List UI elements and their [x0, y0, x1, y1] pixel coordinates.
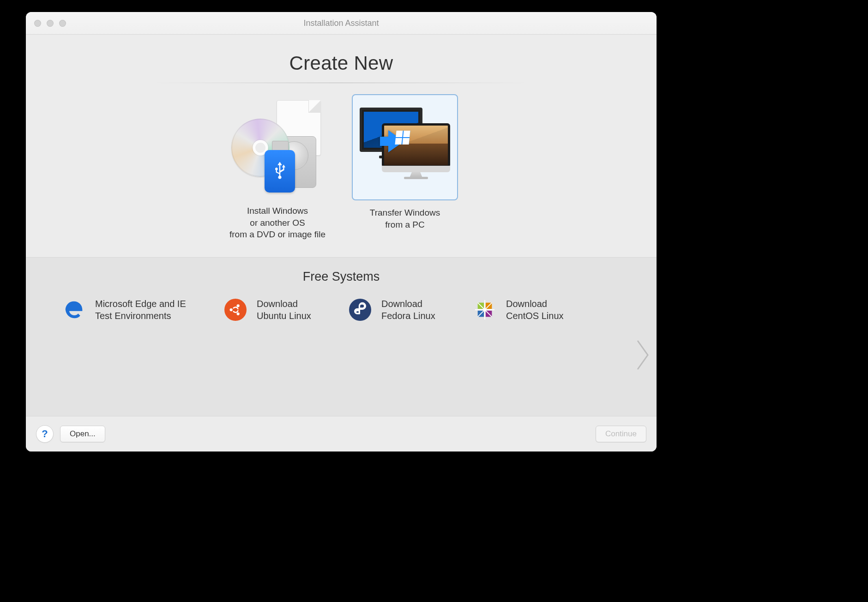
label-line: CentOS Linux — [506, 311, 564, 321]
label-line: Download — [506, 299, 547, 309]
option-install-os-card — [225, 94, 330, 199]
separator-line — [152, 83, 530, 83]
caption-line: or another OS — [250, 218, 305, 228]
caption-line: Transfer Windows — [370, 208, 440, 217]
free-systems-row: Microsoft Edge and IE Test Environments … — [44, 298, 638, 322]
free-systems-next-button[interactable] — [632, 335, 654, 375]
minimize-window-button[interactable] — [47, 20, 54, 27]
ubuntu-icon — [224, 299, 247, 321]
free-item-label: Download CentOS Linux — [506, 298, 564, 322]
continue-button[interactable]: Continue — [596, 426, 646, 442]
transfer-windows-icon — [360, 105, 450, 190]
svg-point-2 — [237, 313, 240, 315]
free-item-fedora[interactable]: Download Fedora Linux — [349, 298, 451, 322]
window-title: Installation Assistant — [26, 18, 657, 28]
chevron-right-icon — [636, 339, 650, 371]
windows-logo-icon — [395, 131, 410, 144]
free-item-edge-ie[interactable]: Microsoft Edge and IE Test Environments — [63, 298, 201, 322]
free-item-ubuntu[interactable]: Download Ubuntu Linux — [224, 298, 326, 322]
continue-button-label: Continue — [605, 429, 637, 439]
label-line: Ubuntu Linux — [257, 311, 311, 321]
caption-line: from a PC — [385, 220, 425, 229]
option-install-os[interactable]: Install Windows or another OS from a DVD… — [220, 94, 335, 241]
label-line: Fedora Linux — [381, 311, 435, 321]
zoom-window-button[interactable] — [59, 20, 66, 27]
installation-assistant-window: Installation Assistant Create New — [26, 12, 657, 452]
titlebar: Installation Assistant — [26, 12, 657, 35]
label-line: Download — [257, 299, 298, 309]
label-line: Microsoft Edge and IE — [95, 299, 186, 309]
fedora-icon — [349, 299, 371, 321]
option-transfer-windows[interactable]: Transfer Windows from a PC — [347, 94, 463, 230]
open-button[interactable]: Open... — [60, 426, 105, 442]
close-window-button[interactable] — [34, 20, 41, 27]
free-item-label: Microsoft Edge and IE Test Environments — [95, 298, 186, 322]
usb-drive-icon — [265, 141, 295, 193]
help-button[interactable]: ? — [36, 425, 54, 443]
svg-point-1 — [237, 304, 240, 307]
free-item-centos[interactable]: Download CentOS Linux — [474, 298, 575, 322]
install-media-icon — [231, 100, 324, 193]
option-install-os-caption: Install Windows or another OS from a DVD… — [229, 205, 326, 241]
window-controls — [34, 20, 66, 27]
option-transfer-windows-caption: Transfer Windows from a PC — [370, 207, 440, 230]
caption-line: from a DVD or image file — [229, 229, 326, 239]
create-new-section: Create New — [26, 35, 657, 257]
help-icon: ? — [42, 428, 48, 440]
bottom-bar: ? Open... Continue — [26, 416, 657, 452]
free-item-label: Download Ubuntu Linux — [257, 298, 311, 322]
free-systems-section: Free Systems Microsoft Edge and IE Test … — [26, 257, 657, 416]
svg-point-0 — [230, 308, 233, 311]
free-systems-heading: Free Systems — [44, 270, 638, 284]
label-line: Test Environments — [95, 311, 171, 321]
edge-icon — [63, 299, 85, 321]
open-button-label: Open... — [70, 429, 96, 439]
centos-icon — [474, 299, 496, 321]
create-new-heading: Create New — [44, 52, 638, 74]
caption-line: Install Windows — [247, 206, 308, 216]
create-options-row: Install Windows or another OS from a DVD… — [44, 94, 638, 241]
label-line: Download — [381, 299, 422, 309]
option-transfer-windows-card — [352, 94, 458, 200]
free-item-label: Download Fedora Linux — [381, 298, 435, 322]
